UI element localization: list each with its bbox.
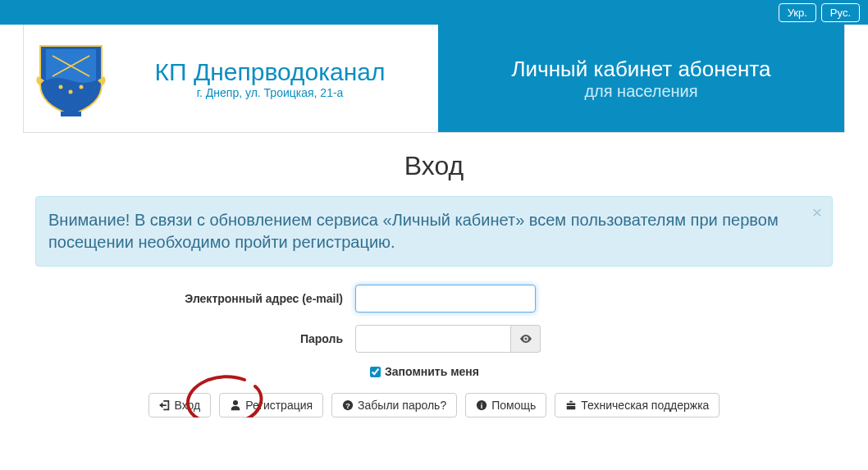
button-row: Вход Регистрация ? Забыли пароль? i Помо… — [35, 393, 833, 418]
email-label: Электронный адрес (e-mail) — [35, 292, 355, 305]
svg-text:?: ? — [345, 401, 350, 410]
cabinet-subtitle: для населения — [584, 82, 697, 101]
toggle-password-button[interactable] — [511, 325, 541, 353]
register-button-label: Регистрация — [245, 399, 313, 412]
lang-ukr-button[interactable]: Укр. — [779, 3, 816, 22]
help-button[interactable]: i Помощь — [465, 393, 546, 418]
briefcase-icon — [565, 399, 577, 411]
register-button[interactable]: Регистрация — [219, 393, 323, 418]
page-title: Вход — [35, 151, 833, 181]
alert-close-button[interactable]: × — [812, 203, 822, 221]
company-address: г. Днепр, ул. Троицкая, 21-а — [114, 86, 426, 99]
remember-row: Запомнить меня — [35, 365, 833, 378]
top-bar: Укр. Рус. — [0, 0, 868, 25]
close-icon: × — [812, 203, 822, 221]
eye-icon — [519, 332, 532, 345]
header-right: Личный кабинет абонента для населения — [438, 25, 844, 132]
company-title: КП Днепрводоканал — [114, 58, 426, 86]
info-alert: Внимание! В связи с обновлением сервиса … — [35, 196, 833, 267]
support-button[interactable]: Техническая поддержка — [555, 393, 720, 418]
email-input[interactable] — [355, 285, 536, 313]
user-icon — [230, 399, 241, 411]
company-logo — [36, 39, 106, 117]
password-input-group — [355, 325, 541, 353]
remember-checkbox[interactable] — [370, 367, 381, 377]
password-label: Пароль — [35, 332, 355, 345]
svg-point-3 — [69, 90, 73, 94]
email-row: Электронный адрес (e-mail) — [35, 285, 833, 313]
lang-rus-button[interactable]: Рус. — [821, 3, 860, 22]
svg-point-4 — [80, 85, 84, 89]
header: КП Днепрводоканал г. Днепр, ул. Троицкая… — [23, 25, 845, 133]
svg-point-6 — [524, 338, 527, 340]
svg-rect-5 — [61, 112, 81, 116]
main-container: Вход Внимание! В связи с обновлением сер… — [23, 151, 845, 418]
login-button[interactable]: Вход — [148, 393, 212, 418]
signin-icon — [159, 399, 171, 411]
forgot-password-button[interactable]: ? Забыли пароль? — [331, 393, 457, 418]
cabinet-title: Личный кабинет абонента — [512, 57, 771, 82]
company-info: КП Днепрводоканал г. Днепр, ул. Троицкая… — [114, 58, 426, 99]
remember-label: Запомнить меня — [385, 365, 479, 378]
header-left: КП Днепрводоканал г. Днепр, ул. Троицкая… — [24, 25, 438, 132]
login-button-label: Вход — [175, 399, 201, 412]
forgot-button-label: Забыли пароль? — [358, 399, 446, 412]
svg-text:i: i — [481, 401, 483, 410]
help-button-label: Помощь — [491, 399, 536, 412]
info-icon: i — [476, 399, 487, 411]
alert-text: Внимание! В связи с обновлением сервиса … — [48, 211, 779, 251]
password-input[interactable] — [355, 325, 511, 353]
question-icon: ? — [342, 399, 354, 411]
password-row: Пароль — [35, 325, 833, 353]
svg-point-2 — [59, 85, 63, 89]
support-button-label: Техническая поддержка — [581, 399, 709, 412]
